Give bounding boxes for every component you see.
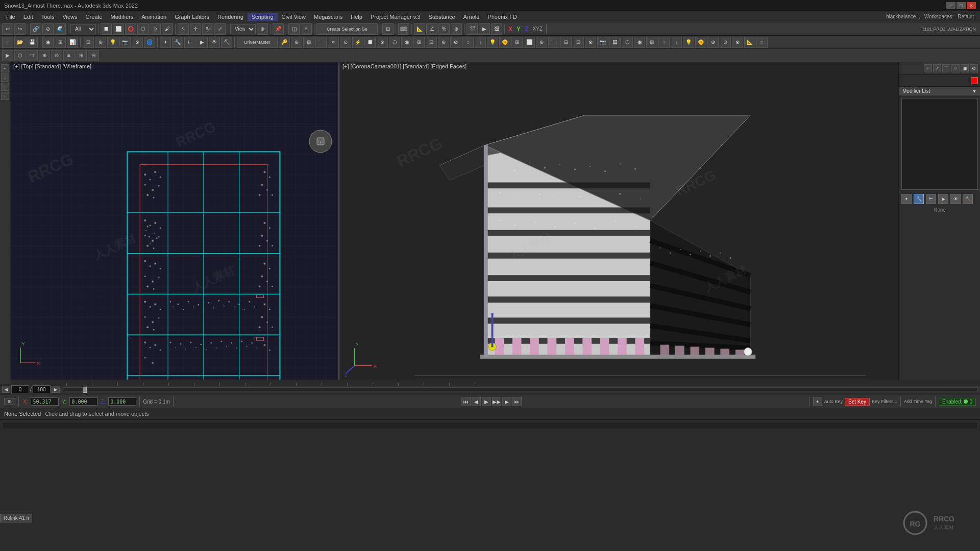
snap-tool-11[interactable]: ◉: [401, 37, 412, 48]
bind-to-space-warp[interactable]: 🌊: [55, 23, 66, 35]
menu-edit[interactable]: Edit: [19, 13, 37, 21]
vert-btn-3[interactable]: ↑: [1, 83, 9, 91]
render-setup-button[interactable]: 🎬: [467, 23, 478, 35]
snap-tool-12[interactable]: ⊞: [413, 37, 425, 48]
reference-coord-dropdown[interactable]: View: [230, 24, 256, 34]
misc-18[interactable]: ⊘: [720, 37, 731, 48]
plus-btn[interactable]: +: [813, 397, 822, 406]
vert-btn-1[interactable]: +: [1, 64, 9, 72]
misc-19[interactable]: ⊗: [732, 37, 743, 48]
t3-3[interactable]: □: [27, 50, 38, 61]
misc-10[interactable]: ⬡: [622, 37, 633, 48]
menu-rendering[interactable]: Rendering: [213, 13, 248, 21]
menu-file[interactable]: File: [2, 13, 19, 21]
mirror-button[interactable]: ◫: [288, 23, 300, 35]
misc-5[interactable]: ⊟: [560, 37, 572, 48]
snap-tool-5[interactable]: ≈: [328, 37, 339, 48]
select-link-button[interactable]: 🔗: [30, 23, 41, 35]
object-color-swatch[interactable]: [971, 77, 978, 84]
keyboard-shortcut-override[interactable]: ⌨: [398, 23, 409, 35]
spinner-snap-button[interactable]: ⊕: [451, 23, 462, 35]
modifier-list-arrow[interactable]: ▼: [972, 88, 977, 94]
misc-14[interactable]: ↓: [671, 37, 682, 48]
vert-btn-2[interactable]: -: [1, 73, 9, 82]
panel-settings-icon[interactable]: ⚙: [970, 64, 978, 72]
panel-tab-modify[interactable]: 🔧: [914, 194, 924, 204]
menu-project-manager[interactable]: Project Manager v.3: [366, 13, 425, 21]
misc-1[interactable]: ⊞: [511, 37, 523, 48]
modify-panel-btn[interactable]: 🔧: [172, 37, 183, 48]
x-coord-input[interactable]: [31, 397, 59, 406]
t3-7[interactable]: ⊞: [76, 50, 87, 61]
y-coord-input[interactable]: [69, 397, 97, 406]
menu-animation[interactable]: Animation: [137, 13, 170, 21]
total-frames-input[interactable]: [33, 385, 51, 393]
select-rotate-button[interactable]: ↻: [202, 23, 213, 35]
panel-tab-create[interactable]: ✦: [901, 194, 912, 204]
close-button[interactable]: ✕: [967, 2, 976, 9]
vert-btn-4[interactable]: ↓: [1, 92, 9, 100]
go-to-end-btn[interactable]: ⏭: [512, 397, 522, 406]
select-from-scene-button[interactable]: ⊡: [83, 37, 94, 48]
snap-tool-2[interactable]: ⊕: [291, 37, 302, 48]
menu-views[interactable]: Views: [58, 13, 81, 21]
material-editor-button[interactable]: ◉: [42, 37, 54, 48]
misc-6[interactable]: ⊡: [573, 37, 584, 48]
misc-12[interactable]: ⊞: [646, 37, 657, 48]
panel-create-icon[interactable]: +: [924, 64, 932, 72]
misc-16[interactable]: 🌞: [695, 37, 706, 48]
panel-tab-motion[interactable]: ▶: [938, 194, 948, 204]
misc-20[interactable]: 📐: [744, 37, 755, 48]
z-coord-input[interactable]: [108, 397, 136, 406]
prev-time-btn[interactable]: ◀: [2, 386, 10, 393]
misc-4[interactable]: ⬛: [548, 37, 559, 48]
t3-5[interactable]: ⊘: [51, 50, 62, 61]
undo-button[interactable]: ↩: [2, 23, 13, 35]
toggle-ribbon-button[interactable]: ≡: [2, 37, 13, 48]
right-viewport[interactable]: [+] [CoronaCamera001] [Standard] [Edged …: [339, 62, 898, 384]
panel-tab-display[interactable]: 👁: [950, 194, 961, 204]
t3-2[interactable]: ⬡: [14, 50, 26, 61]
snap-tool-16[interactable]: ↕: [462, 37, 474, 48]
misc-15[interactable]: 💡: [683, 37, 694, 48]
select-move-button[interactable]: ✛: [190, 23, 201, 35]
panel-circle-icon[interactable]: ○: [951, 64, 960, 72]
t3-8[interactable]: ⊟: [88, 50, 99, 61]
snap-tool-7[interactable]: ⚡: [352, 37, 363, 48]
redo-button[interactable]: ↪: [14, 23, 26, 35]
light-tool-2[interactable]: 🌞: [499, 37, 510, 48]
play-selected-btn[interactable]: ▶▶: [492, 397, 501, 406]
scrubber-track[interactable]: [64, 387, 978, 391]
t3-6[interactable]: ≡: [63, 50, 75, 61]
use-pivot-point-button[interactable]: ⊕: [257, 23, 268, 35]
snapping-toggle-button[interactable]: 📐: [414, 23, 425, 35]
render-frame-button[interactable]: ▶: [479, 23, 490, 35]
minimize-button[interactable]: ─: [946, 2, 955, 9]
menu-scripting[interactable]: Scripting: [248, 13, 278, 21]
misc-11[interactable]: ◉: [634, 37, 645, 48]
snap-tool-13[interactable]: ⊡: [426, 37, 437, 48]
misc-2[interactable]: ⬜: [524, 37, 535, 48]
light-tool-1[interactable]: 💡: [487, 37, 498, 48]
left-viewport[interactable]: [+] [Top] [Standard] [Wireframe] RRCG 人人…: [10, 62, 339, 384]
schematic-view-button[interactable]: ⊞: [55, 37, 66, 48]
misc-21[interactable]: ≡: [756, 37, 768, 48]
snap-tool-14[interactable]: ⊕: [438, 37, 449, 48]
misc-17[interactable]: ⊕: [707, 37, 719, 48]
named-selection-sets-button[interactable]: ⊟: [382, 23, 394, 35]
helpers-button[interactable]: ⊗: [132, 37, 143, 48]
motion-panel-btn[interactable]: ▶: [197, 37, 208, 48]
display-panel-btn[interactable]: 👁: [209, 37, 220, 48]
t3-1[interactable]: ▶: [2, 50, 13, 61]
snap-tool-15[interactable]: ⊘: [450, 37, 461, 48]
create-selection-set-button[interactable]: Create Selection Se: [316, 23, 378, 35]
menu-phoenix-fd[interactable]: Phoenix FD: [483, 13, 521, 21]
track-view-button[interactable]: 📊: [67, 37, 78, 48]
menu-civil-view[interactable]: Civil View: [278, 13, 310, 21]
set-key-btn[interactable]: Set Key: [845, 398, 870, 406]
lasso-selection-button[interactable]: ⊃: [150, 23, 161, 35]
paint-selection-button[interactable]: 🖌: [162, 23, 173, 35]
menu-arnold[interactable]: Arnold: [459, 13, 484, 21]
misc-8[interactable]: 📷: [597, 37, 608, 48]
panel-tab-utilities[interactable]: 🔨: [963, 194, 973, 204]
